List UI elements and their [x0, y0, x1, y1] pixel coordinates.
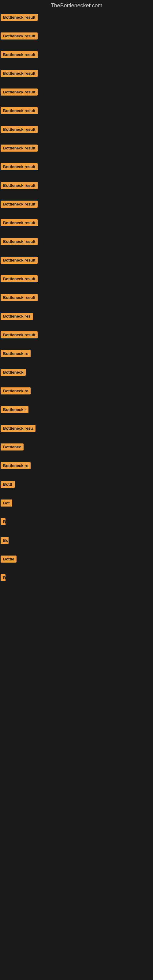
bottleneck-result-label[interactable]: Bottleneck result	[1, 107, 38, 114]
row-spacer	[0, 99, 153, 105]
list-item: Bottleneck result	[0, 329, 153, 341]
row-spacer	[0, 211, 153, 217]
row-spacer	[0, 453, 153, 460]
bottleneck-result-label[interactable]: Bottleneck result	[1, 126, 38, 133]
row-spacer	[0, 136, 153, 142]
row-spacer	[0, 267, 153, 273]
list-item: Bottleneck result	[0, 273, 153, 285]
bottleneck-result-label[interactable]: Bottleneck re	[1, 462, 30, 469]
row-spacer	[0, 379, 153, 385]
list-item: Bottleneck result	[0, 235, 153, 247]
list-item: Bottleneck result	[0, 30, 153, 42]
list-item: Bottleneck result	[0, 67, 153, 79]
list-item: Bottleneck result	[0, 49, 153, 60]
bottleneck-result-label[interactable]: Bottleneck result	[1, 275, 38, 282]
list-item: Bottleneck result	[0, 123, 153, 135]
list-item: Bottlenec	[0, 441, 153, 453]
list-item: B	[0, 516, 153, 528]
list-item: Bottleneck r	[0, 404, 153, 415]
list-item: Bottleneck result	[0, 291, 153, 304]
bottleneck-result-label[interactable]: Bottlenec	[1, 444, 24, 450]
bottleneck-result-label[interactable]: Bottleneck result	[1, 70, 38, 77]
row-spacer	[0, 155, 153, 161]
list-item: Bottleneck re	[0, 348, 153, 360]
row-spacer	[0, 229, 153, 235]
bottleneck-result-label[interactable]: Bottleneck result	[1, 89, 38, 95]
row-spacer	[0, 491, 153, 497]
row-spacer	[0, 398, 153, 404]
list-item: Bottleneck result	[0, 217, 153, 229]
bottleneck-result-label[interactable]: Bottle	[1, 555, 16, 563]
row-spacer	[0, 43, 153, 49]
row-spacer	[0, 360, 153, 366]
bottleneck-result-label[interactable]: Bottleneck result	[1, 219, 38, 226]
bottleneck-result-label[interactable]: Bottleneck r	[1, 406, 29, 413]
bottleneck-result-label[interactable]: Bottleneck result	[1, 182, 38, 189]
bottleneck-result-label[interactable]: B	[1, 518, 5, 525]
row-spacer	[0, 435, 153, 441]
bottleneck-result-label[interactable]: Bottleneck result	[1, 163, 38, 170]
bottleneck-result-label[interactable]: Bottleneck result	[1, 32, 38, 40]
list-item: Bottleneck result	[0, 254, 153, 266]
list-item: Bottleneck result	[0, 198, 153, 210]
bottleneck-result-label[interactable]: Bottleneck re	[1, 387, 30, 395]
bottleneck-result-label[interactable]: Bottl	[1, 481, 15, 488]
list-item: Bottleneck result	[0, 105, 153, 117]
row-spacer	[0, 117, 153, 123]
row-spacer	[0, 61, 153, 67]
list-item: B	[0, 572, 153, 584]
row-spacer	[0, 248, 153, 254]
row-spacer	[0, 173, 153, 180]
row-spacer	[0, 24, 153, 30]
list-item: Bottleneck result	[0, 161, 153, 173]
list-item: Bottleneck result	[0, 11, 153, 23]
bottleneck-result-label[interactable]: Bottleneck res	[1, 313, 33, 320]
list-item: Bottleneck re	[0, 460, 153, 472]
bottleneck-result-label[interactable]: Bottleneck result	[1, 238, 38, 245]
bottleneck-result-label[interactable]: Bottleneck result	[1, 200, 38, 208]
row-spacer	[0, 584, 153, 590]
list-item: Bottl	[0, 478, 153, 490]
list-item: Bo	[0, 535, 153, 546]
bottleneck-result-label[interactable]: Bottleneck re	[1, 350, 30, 357]
bottleneck-result-label[interactable]: Bottleneck result	[1, 51, 38, 58]
row-spacer	[0, 323, 153, 329]
row-spacer	[0, 472, 153, 478]
bottleneck-result-label[interactable]: Bot	[1, 500, 12, 506]
bottleneck-result-label[interactable]: Bottleneck result	[1, 257, 38, 264]
row-spacer	[0, 304, 153, 310]
list-item: Bottleneck resu	[0, 422, 153, 434]
row-spacer	[0, 342, 153, 348]
bottleneck-result-label[interactable]: Bottleneck resu	[1, 425, 35, 432]
row-spacer	[0, 528, 153, 535]
row-spacer	[0, 510, 153, 516]
list-item: Bottleneck	[0, 366, 153, 378]
list-item: Bottleneck result	[0, 86, 153, 98]
bottleneck-result-label[interactable]: Bottleneck result	[1, 294, 38, 301]
bottleneck-result-label[interactable]: Bottleneck	[1, 369, 26, 376]
row-spacer	[0, 416, 153, 422]
bottleneck-result-label[interactable]: Bottleneck result	[1, 14, 38, 21]
row-spacer	[0, 285, 153, 291]
bottleneck-result-label[interactable]: B	[1, 574, 5, 581]
bottleneck-result-label[interactable]: Bottleneck result	[1, 331, 38, 339]
bottleneck-result-label[interactable]: Bottleneck result	[1, 145, 38, 151]
list-item: Bot	[0, 497, 153, 509]
bottleneck-result-label[interactable]: Bo	[1, 537, 9, 544]
site-title: TheBottlenecker.com	[0, 0, 153, 11]
row-spacer	[0, 566, 153, 572]
list-item: Bottleneck re	[0, 385, 153, 397]
list-item: Bottle	[0, 553, 153, 565]
list-item: Bottleneck result	[0, 180, 153, 191]
list-item: Bottleneck result	[0, 142, 153, 154]
row-spacer	[0, 192, 153, 198]
list-item: Bottleneck res	[0, 310, 153, 322]
row-spacer	[0, 547, 153, 553]
row-spacer	[0, 80, 153, 86]
